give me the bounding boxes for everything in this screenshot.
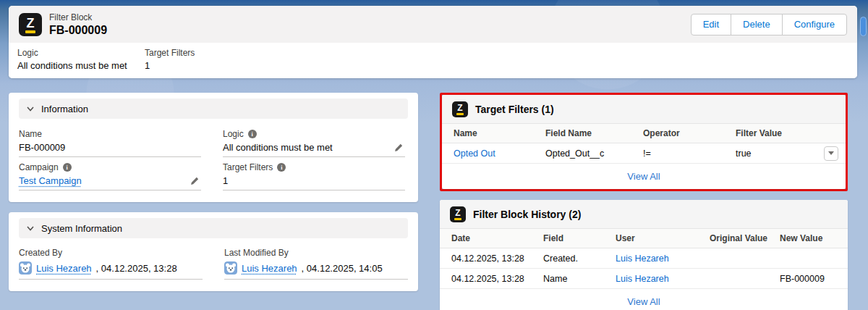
- edit-button[interactable]: Edit: [691, 14, 731, 35]
- section-title: System Information: [41, 223, 122, 234]
- target-filter-row: Opted Out Opted_Out__c != true: [442, 143, 846, 164]
- col-header-original-value[interactable]: Original Value: [698, 233, 768, 243]
- field-target-filters: Target Filters i 1: [223, 162, 405, 190]
- summary-field-logic: Logic All conditions must be met: [17, 48, 145, 78]
- summary-field-value: 1: [145, 60, 195, 71]
- col-header-operator[interactable]: Operator: [631, 128, 724, 138]
- filter-block-app-icon: Z: [450, 206, 466, 222]
- field-label: Logic: [223, 129, 244, 139]
- filter-block-history-card: Z Filter Block History (2) Date Field Us…: [440, 200, 848, 310]
- filter-block-app-icon: Z: [19, 13, 42, 36]
- last-modified-by-user-link[interactable]: Luis Hezareh: [242, 263, 297, 274]
- info-icon[interactable]: i: [63, 163, 72, 172]
- information-section-toggle[interactable]: Information: [19, 99, 408, 119]
- information-field-grid: Name FB-000009 Logic i All conditions mu…: [19, 128, 408, 195]
- field-label: Target Filters: [223, 162, 273, 172]
- row-actions-dropdown-button[interactable]: [824, 146, 838, 161]
- target-filter-field-name: Opted_Out__c: [534, 148, 631, 159]
- user-avatar: [224, 261, 237, 275]
- target-filter-name-link[interactable]: Opted Out: [454, 148, 495, 159]
- summary-field-target-filters: Target Filters 1: [145, 48, 195, 78]
- history-row: 04.12.2025, 13:28 Name Luis Hezareh FB-0…: [440, 269, 848, 289]
- modified-timestamp: , 04.12.2025, 14:05: [302, 263, 383, 274]
- delete-button[interactable]: Delete: [731, 14, 783, 35]
- page-background: Z Filter Block FB-000009 Edit Delete Con…: [0, 0, 868, 310]
- information-card: Information Name FB-000009 Logic i: [9, 93, 418, 202]
- history-field: Name: [532, 274, 604, 284]
- history-user-link[interactable]: Luis Hezareh: [616, 254, 669, 264]
- related-list-title: Filter Block History (2): [473, 209, 581, 220]
- col-header-new-value[interactable]: New Value: [768, 233, 848, 243]
- col-header-field-name[interactable]: Field Name: [534, 128, 631, 138]
- target-filters-card: Z Target Filters (1) Name Field Name Ope…: [442, 95, 846, 189]
- related-list-title: Target Filters (1): [475, 104, 554, 115]
- field-value: All conditions must be met: [223, 142, 333, 153]
- history-column-headers: Date Field User Original Value New Value: [440, 229, 848, 248]
- chevron-down-icon: [26, 104, 35, 113]
- record-entity: Z Filter Block FB-000009: [19, 12, 107, 37]
- created-by-user-link[interactable]: Luis Hezareh: [36, 263, 92, 274]
- summary-field-label: Logic: [17, 48, 145, 58]
- z-accent-bar: [456, 113, 464, 115]
- view-all-link[interactable]: View All: [627, 296, 660, 307]
- col-header-date[interactable]: Date: [440, 233, 532, 243]
- col-header-name[interactable]: Name: [442, 128, 534, 138]
- user-avatar: [19, 261, 32, 275]
- col-header-filter-value[interactable]: Filter Value: [724, 128, 812, 138]
- system-information-section-toggle[interactable]: System Information: [19, 218, 408, 238]
- created-timestamp: , 04.12.2025, 13:28: [96, 263, 177, 274]
- field-last-modified-by: Last Modified By Luis Hezareh , 04.12.20…: [224, 247, 408, 280]
- info-icon[interactable]: i: [248, 130, 257, 138]
- field-logic: Logic i All conditions must be met: [223, 128, 405, 157]
- related-lists-column: Z Target Filters (1) Name Field Name Ope…: [440, 93, 848, 310]
- field-label: Created By: [19, 248, 62, 258]
- configure-button[interactable]: Configure: [782, 14, 847, 35]
- system-information-card: System Information Created By Luis Hezar…: [9, 212, 418, 291]
- col-header-user[interactable]: User: [604, 233, 698, 243]
- target-filter-operator: !=: [631, 148, 724, 159]
- detail-column: Information Name FB-000009 Logic i: [9, 93, 418, 310]
- field-label: Name: [19, 129, 42, 139]
- entity-type-label: Filter Block: [49, 12, 107, 22]
- z-glyph: Z: [455, 209, 460, 217]
- record-name: FB-000009: [49, 24, 107, 37]
- z-glyph: Z: [457, 104, 462, 112]
- edit-pencil-icon[interactable]: [190, 176, 200, 186]
- chevron-down-icon: [26, 224, 35, 232]
- entity-text: Filter Block FB-000009: [49, 12, 107, 37]
- caret-down-icon: [828, 151, 834, 155]
- z-accent-bar: [25, 30, 35, 33]
- history-view-all: View All: [440, 289, 848, 310]
- history-card-header: Z Filter Block History (2): [440, 200, 848, 229]
- scrollbar-thumb[interactable]: [860, 17, 867, 36]
- history-row: 04.12.2025, 13:28 Created. Luis Hezareh: [440, 248, 848, 269]
- main-content: Information Name FB-000009 Logic i: [9, 93, 857, 310]
- field-label: Last Modified By: [224, 248, 289, 258]
- col-header-field[interactable]: Field: [532, 233, 604, 243]
- field-name: Name FB-000009: [19, 128, 201, 157]
- target-filters-column-headers: Name Field Name Operator Filter Value: [442, 124, 846, 143]
- history-field: Created.: [532, 254, 604, 264]
- field-campaign: Campaign i Test Campaign: [19, 162, 201, 190]
- section-title: Information: [41, 104, 88, 114]
- summary-field-value: All conditions must be met: [17, 60, 145, 71]
- target-filters-card-header: Z Target Filters (1): [442, 95, 846, 124]
- target-filters-view-all: View All: [442, 164, 846, 189]
- record-header-card: Z Filter Block FB-000009 Edit Delete Con…: [9, 6, 857, 78]
- field-value: FB-000009: [19, 142, 65, 153]
- view-all-link[interactable]: View All: [627, 171, 660, 182]
- info-icon[interactable]: i: [277, 163, 286, 172]
- history-date: 04.12.2025, 13:28: [440, 254, 532, 264]
- field-created-by: Created By Luis Hezareh , 04.12.2025, 13…: [19, 247, 203, 280]
- record-header-summary: Logic All conditions must be met Target …: [9, 43, 857, 78]
- edit-pencil-icon[interactable]: [393, 143, 404, 153]
- history-new-value: FB-000009: [768, 274, 848, 284]
- record-header-top: Z Filter Block FB-000009 Edit Delete Con…: [9, 6, 857, 43]
- summary-field-label: Target Filters: [145, 48, 195, 58]
- history-user-link[interactable]: Luis Hezareh: [616, 274, 669, 284]
- filter-block-app-icon: Z: [452, 101, 468, 117]
- campaign-link[interactable]: Test Campaign: [19, 175, 82, 186]
- z-accent-bar: [454, 218, 461, 220]
- header-action-buttons: Edit Delete Configure: [691, 14, 847, 35]
- field-label: Campaign: [19, 162, 59, 172]
